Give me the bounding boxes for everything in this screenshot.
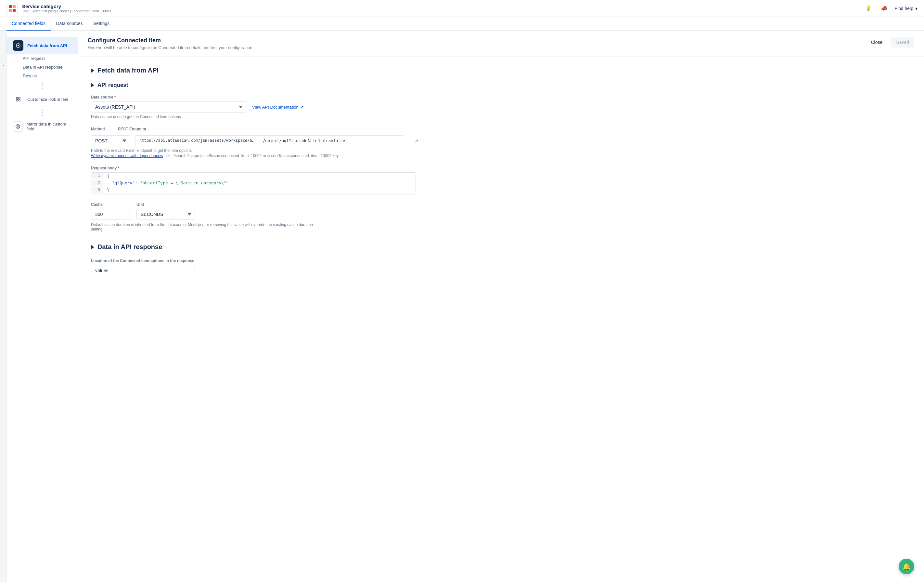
megaphone-icon-btn[interactable]: 📣 <box>879 3 889 14</box>
method-endpoint-row: POST GET PUT DELETE https://api.atlassia… <box>91 135 422 146</box>
svg-point-10 <box>16 124 20 129</box>
customize-icon <box>13 94 23 104</box>
external-link-icon-btn: ↗ <box>414 138 419 143</box>
main-layout: › Fetch data from API API request Data i… <box>0 31 924 582</box>
fetch-section-title: Fetch data from API <box>97 67 158 74</box>
code-line-2: 2 "qlQuery": "objectType = \"Service cat… <box>91 180 416 187</box>
api-request-triangle-icon <box>91 83 94 88</box>
cache-unit-section: Cache Unit SECONDS MINUTES HOURS Default… <box>91 202 422 232</box>
write-dynamic-link[interactable]: Write dynamic queries with dependencies <box>91 154 163 158</box>
tab-settings[interactable]: Settings <box>88 17 115 31</box>
request-body-section: Request body * 1 { 2 "qlQuery": "objectT… <box>91 166 422 194</box>
code-line-1: 1 { <box>91 173 416 180</box>
method-endpoint-section: Method REST Endpoint POST GET PUT DEL <box>91 127 422 158</box>
location-input[interactable] <box>91 265 195 276</box>
cache-label: Cache <box>91 202 130 207</box>
header-right: 💡 📣 Find help ▾ <box>863 3 917 14</box>
svg-rect-9 <box>18 99 20 101</box>
sidebar-sub-label-api: API request <box>23 56 45 61</box>
svg-rect-3 <box>13 9 16 12</box>
write-dynamic-row: Write dynamic queries with dependencies … <box>91 154 422 158</box>
tabs-bar: Connected fields Data sources Settings <box>0 17 924 31</box>
fetch-data-icon <box>13 40 23 51</box>
find-help-label: Find help <box>894 6 913 11</box>
sidebar-item-label-customize: Customize look & feel <box>27 97 68 102</box>
sidebar-item-label-mirror: Mirror data in custom field <box>26 122 71 131</box>
section2-title-row: Data in API response <box>91 243 422 251</box>
sidebar-toggle[interactable]: › <box>0 31 7 582</box>
line-content-3: } <box>103 187 113 193</box>
data-source-label: Data source * <box>91 95 422 99</box>
required-star: * <box>114 95 116 99</box>
app-title-area: Service category Text · Select list (sin… <box>22 3 111 13</box>
app-title: Service category <box>22 3 111 9</box>
header-left: Service category Text · Select list (sin… <box>7 3 111 14</box>
content-area: Configure Connected item Here you will b… <box>78 31 924 582</box>
saved-button[interactable]: Saved <box>891 37 914 48</box>
chevron-down-icon: ▾ <box>915 6 917 11</box>
location-label: Location of the Connected item options i… <box>91 258 422 263</box>
endpoint-external-link-btn[interactable]: ↗ <box>411 135 422 146</box>
cache-input[interactable] <box>91 209 130 220</box>
configure-header: Configure Connected item Here you will b… <box>78 31 924 57</box>
svg-rect-6 <box>16 97 18 99</box>
endpoint-helper: Path to the relevant REST endpoint to ge… <box>91 148 422 153</box>
endpoint-label: REST Endpoint <box>118 127 422 131</box>
section-triangle-icon <box>91 68 94 73</box>
sidebar-item-label-fetch: Fetch data from API <box>27 43 67 48</box>
data-source-select[interactable]: Assets (REST_API) Jira REST API Custom <box>91 101 247 112</box>
sidebar-sub-label-results: Results <box>23 73 37 78</box>
bulb-icon-btn[interactable]: 💡 <box>863 3 874 14</box>
svg-point-5 <box>18 45 19 46</box>
sidebar-sub-results[interactable]: Results <box>13 71 78 80</box>
top-header: Service category Text · Select list (sin… <box>0 0 924 17</box>
sidebar-item-fetch-data[interactable]: Fetch data from API <box>7 37 78 54</box>
configure-header-left: Configure Connected item Here you will b… <box>88 37 252 50</box>
find-help-button[interactable]: Find help ▾ <box>894 6 917 11</box>
sidebar-item-mirror[interactable]: Mirror data in custom field <box>7 118 78 135</box>
api-request-title-row: API request <box>91 82 422 88</box>
view-api-link[interactable]: View API Documentation ↗ <box>252 105 304 109</box>
sidebar-sub-api-request[interactable]: API request <box>13 54 78 63</box>
mirror-icon <box>13 121 23 132</box>
request-body-label: Request body * <box>91 166 422 170</box>
required-star-body: * <box>118 166 119 170</box>
endpoint-container: https://api.atlassian.com/jsm/assets/wor… <box>135 135 404 146</box>
code-editor[interactable]: 1 { 2 "qlQuery": "objectType = \"Service… <box>91 172 416 194</box>
tab-connected-fields[interactable]: Connected fields <box>7 17 51 31</box>
sidebar-sub-label-data: Data in API response <box>23 65 63 69</box>
sidebar-sub-items: API request Data in API response Results <box>7 54 78 80</box>
write-dynamic-example: - i.e.: /search?jql=project=$issue.conne… <box>164 154 339 158</box>
svg-point-11 <box>17 126 18 127</box>
svg-rect-0 <box>9 5 12 8</box>
svg-rect-8 <box>16 99 18 101</box>
app-subtitle: Text · Select list (single choice) · con… <box>22 9 111 13</box>
sidebar-dots-2 <box>7 108 78 118</box>
cache-field: Cache <box>91 202 130 220</box>
line-content-2: "qlQuery": "objectType = \"Service categ… <box>103 180 233 186</box>
endpoint-base: https://api.atlassian.com/jsm/assets/wor… <box>135 135 259 146</box>
cache-helper: Default cache duration is inherited from… <box>91 222 318 232</box>
configure-title: Configure Connected item <box>88 37 252 44</box>
fetch-section-title-row: Fetch data from API <box>91 67 422 74</box>
unit-select[interactable]: SECONDS MINUTES HOURS <box>137 209 195 220</box>
section2-triangle-icon <box>91 245 94 250</box>
unit-field: Unit SECONDS MINUTES HOURS <box>137 202 195 220</box>
method-select[interactable]: POST GET PUT DELETE <box>91 135 130 146</box>
notification-fab[interactable]: 🔔 <box>899 559 914 574</box>
configure-subtitle: Here you will be able to configure the C… <box>88 45 252 50</box>
data-source-section: Data source * Assets (REST_API) Jira RES… <box>91 95 422 119</box>
unit-label: Unit <box>137 202 195 207</box>
external-link-icon: ↗ <box>300 105 304 109</box>
tab-data-sources[interactable]: Data sources <box>51 17 88 31</box>
code-line-3: 3 } <box>91 187 416 194</box>
section2: Data in API response Location of the Con… <box>91 243 422 276</box>
svg-rect-2 <box>9 9 12 12</box>
sidebar-sub-data-response[interactable]: Data in API response <box>13 63 78 71</box>
line-number-3: 3 <box>91 187 103 193</box>
app-logo <box>7 3 18 14</box>
close-button[interactable]: Close <box>866 37 888 48</box>
endpoint-path-input[interactable] <box>259 135 404 146</box>
line-content-1: { <box>103 173 113 179</box>
sidebar-item-customize[interactable]: Customize look & feel <box>7 91 78 108</box>
